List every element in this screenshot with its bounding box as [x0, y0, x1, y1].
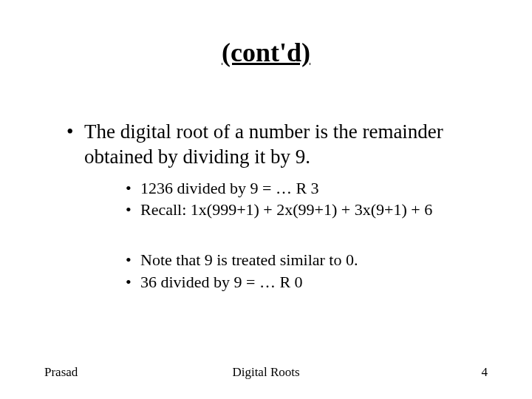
bullet-list-level1: The digital root of a number is the rema… — [44, 120, 488, 293]
footer: Prasad Digital Roots 4 — [0, 365, 532, 380]
footer-title: Digital Roots — [232, 365, 299, 380]
bullet-main: The digital root of a number is the rema… — [66, 120, 488, 293]
bullet-main-text: The digital root of a number is the rema… — [84, 120, 443, 168]
sub-bullet-4: 36 divided by 9 = … R 0 — [126, 271, 488, 293]
spacer — [84, 221, 488, 242]
sub-bullet-2: Recall: 1x(999+1) + 2x(99+1) + 3x(9+1) +… — [126, 199, 488, 221]
bullet-list-level2a: 1236 divided by 9 = … R 3 Recall: 1x(999… — [84, 177, 488, 221]
bullet-list-level2b: Note that 9 is treated similar to 0. 36 … — [84, 249, 488, 293]
slide-title: (cont'd) — [44, 37, 488, 68]
sub-bullet-3: Note that 9 is treated similar to 0. — [126, 249, 488, 271]
sub-bullet-1: 1236 divided by 9 = … R 3 — [126, 177, 488, 200]
slide: (cont'd) The digital root of a number is… — [0, 0, 532, 399]
footer-author: Prasad — [44, 365, 78, 380]
footer-page-number: 4 — [482, 365, 488, 380]
